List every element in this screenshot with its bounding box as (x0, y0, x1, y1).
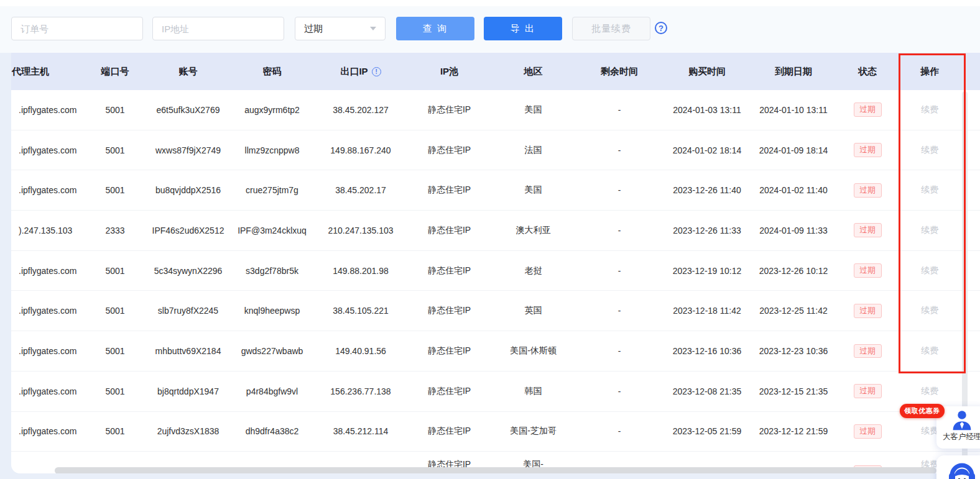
cell-status: 过期 (836, 183, 899, 198)
cell-account: e6t5ufk3uX2769 (146, 105, 230, 115)
table-row: .ipflygates.com5001bj8qrtddpX1947p4r84bg… (11, 372, 980, 412)
cell-password: gwds227wbawb (230, 346, 314, 356)
table-row: .ipflygates.com5001mhbuttv69X2184gwds227… (11, 331, 980, 372)
cell-account: 5c34sywynX2296 (146, 266, 230, 276)
renew-link[interactable]: 续费 (921, 145, 938, 156)
cell-status: 过期 (836, 424, 899, 439)
column-header-region: 地区 (491, 66, 575, 78)
cell-status: 过期 (836, 459, 899, 467)
cell-action: 续费 (899, 225, 961, 236)
cell-purchase_time: 2023-12-05 21:59 (663, 426, 751, 436)
cell-action: 续费 (899, 145, 961, 156)
cell-action: 续费 (899, 305, 961, 316)
cell-expire_time: 2023-12-23 10:36 (751, 346, 836, 356)
renew-link[interactable]: 续费 (921, 265, 938, 276)
cell-region: 老挝 (491, 265, 575, 276)
coupon-badge[interactable]: 领取优惠券 (900, 404, 945, 418)
cell-port: 5001 (84, 266, 146, 276)
query-button[interactable]: 查 询 (396, 17, 474, 40)
column-header-remaining: 剩余时间 (575, 66, 663, 78)
cell-status: 过期 (836, 223, 899, 237)
cell-remaining: - (575, 346, 663, 356)
table-row-partial: 静态住宅IP美国-过期续费 (11, 459, 970, 467)
column-header-exit_ip: 出口IP! (314, 66, 407, 78)
cell-account: IPF46s2ud6X2512 (146, 226, 230, 235)
cell-action: 续费 (899, 386, 961, 397)
help-icon[interactable]: ? (655, 22, 667, 34)
cell-status: 过期 (836, 103, 899, 117)
horizontal-scrollbar[interactable] (55, 467, 936, 473)
cell-password: augx9yrm6tp2 (230, 105, 314, 115)
cell-exit_ip: 38.45.202.127 (314, 105, 407, 115)
cell-purchase_time: 2023-12-16 10:36 (663, 346, 751, 356)
cell-remaining: - (575, 266, 663, 276)
renew-link[interactable]: 续费 (921, 104, 938, 116)
cell-status: 过期 (836, 263, 899, 278)
cell-expire_time: 2024-01-02 11:40 (751, 185, 836, 195)
customer-service-widget[interactable] (936, 455, 980, 479)
cell-remaining: - (575, 426, 663, 436)
order-number-input[interactable] (11, 17, 143, 40)
cell-ip_pool: 静态住宅IP (407, 104, 491, 116)
cell-status: 过期 (836, 344, 899, 358)
cell-expire_time: 2024-01-10 13:11 (751, 105, 836, 115)
export-button[interactable]: 导 出 (484, 17, 562, 40)
cell-ip_pool: 静态住宅IP (407, 145, 491, 156)
cell-region: 英国 (491, 305, 575, 316)
renew-link[interactable]: 续费 (921, 305, 938, 316)
status-badge: 过期 (854, 143, 882, 157)
cell-action: 续费 (899, 345, 961, 357)
ip-address-input[interactable] (152, 17, 284, 40)
cell-host: .ipflygates.com (11, 266, 84, 276)
cell-port: 5001 (84, 346, 146, 356)
status-filter-select[interactable]: 过期 (295, 17, 386, 40)
cell-action: 续费 (899, 104, 961, 116)
renew-link[interactable]: 续费 (921, 459, 938, 467)
cell-host: .ipflygates.com (11, 426, 84, 436)
cell-purchase_time: 2023-12-08 21:35 (663, 386, 751, 396)
cell-purchase_time: 2024-01-02 18:14 (663, 145, 751, 155)
cell-account: wxws87f9jX2749 (146, 145, 230, 155)
renew-link[interactable]: 续费 (921, 386, 938, 397)
status-badge: 过期 (854, 304, 882, 318)
batch-renew-button[interactable]: 批量续费 (572, 17, 650, 40)
status-filter-value: 过期 (304, 23, 323, 35)
status-badge: 过期 (854, 263, 882, 278)
renew-link[interactable]: 续费 (921, 345, 938, 357)
renew-link[interactable]: 续费 (921, 185, 938, 196)
cell-exit_ip: 149.40.91.56 (314, 346, 407, 356)
renew-link[interactable]: 续费 (921, 225, 938, 236)
cell-ip_pool: 静态住宅IP (407, 305, 491, 316)
cell-account: 2ujfvd3zsX1838 (146, 426, 230, 436)
info-icon[interactable]: ! (372, 67, 381, 76)
cell-password: crue275jtm7g (230, 185, 314, 195)
cell-region: 美国 (491, 104, 575, 116)
cell-ip_pool: 静态住宅IP (407, 185, 491, 196)
cell-host: .ipflygates.com (11, 306, 84, 316)
cell-password: s3dg2f78br5k (230, 266, 314, 276)
cell-exit_ip: 156.236.77.138 (314, 386, 407, 396)
table-row: .ipflygates.com50015c34sywynX2296s3dg2f7… (11, 251, 980, 291)
cell-region: 韩国 (491, 386, 575, 397)
cell-account: bj8qrtddpX1947 (146, 386, 230, 396)
cell-ip_pool: 静态住宅IP (407, 459, 491, 467)
column-header-status: 状态 (836, 66, 899, 78)
cell-port: 5001 (84, 386, 146, 396)
cell-port: 5001 (84, 145, 146, 155)
cell-port: 5001 (84, 105, 146, 115)
cell-password: llmz9zcnppw8 (230, 145, 314, 155)
table-row: ).247.135.1032333IPF46s2ud6X2512IPF@3m24… (11, 211, 980, 251)
table-header: 代理主机端口号账号密码出口IP!IP池地区剩余时间购买时间到期日期状态操作 (11, 53, 980, 90)
column-header-host: 代理主机 (11, 66, 84, 78)
column-header-ip_pool: IP池 (407, 66, 491, 78)
cell-expire_time: 2024-01-09 18:14 (751, 145, 836, 155)
renew-link[interactable]: 续费 (921, 426, 938, 437)
cell-purchase_time: 2023-12-26 11:40 (663, 185, 751, 195)
cell-action: 续费 (899, 265, 961, 276)
cell-exit_ip: 210.247.135.103 (314, 226, 407, 235)
cell-action: 续费 (899, 185, 961, 196)
table-row: .ipflygates.com50012ujfvd3zsX1838dh9dfr4… (11, 412, 980, 452)
cell-region: 澳大利亚 (491, 225, 575, 236)
cell-remaining: - (575, 226, 663, 235)
column-header-purchase_time: 购买时间 (663, 66, 751, 78)
